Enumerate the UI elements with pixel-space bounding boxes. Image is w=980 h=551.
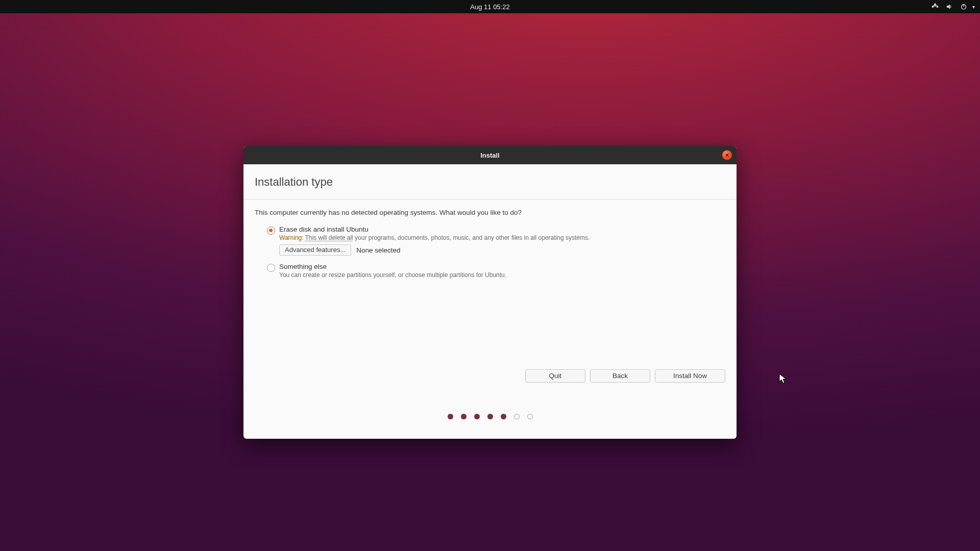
svg-rect-0 [932, 6, 934, 8]
advanced-features-status: None selected [356, 246, 400, 254]
option-something-else[interactable]: Something else You can create or resize … [255, 261, 725, 284]
system-tray[interactable]: ▾ [932, 3, 975, 10]
close-button[interactable] [722, 150, 732, 161]
warning-rest: your programs, documents, photos, music,… [353, 234, 590, 241]
progress-dot [461, 414, 467, 419]
clock[interactable]: Aug 11 05:22 [470, 3, 509, 11]
progress-dot [487, 414, 493, 419]
option-erase-disk[interactable]: Erase disk and install Ubuntu Warning: T… [255, 223, 725, 261]
wizard-progress-dots [243, 414, 737, 419]
radio-something-else[interactable] [267, 264, 275, 272]
progress-dot [474, 414, 480, 419]
option-erase-body: Erase disk and install Ubuntu Warning: T… [279, 226, 725, 256]
page-title: Installation type [243, 164, 737, 199]
svg-rect-4 [933, 5, 938, 6]
svg-rect-1 [937, 6, 939, 8]
advanced-features-button[interactable]: Advanced features... [279, 244, 351, 256]
volume-icon[interactable] [946, 3, 953, 10]
option-something-else-desc: You can create or resize partitions your… [279, 271, 725, 279]
network-icon[interactable] [932, 3, 939, 10]
gnome-top-bar: Aug 11 05:22 ▾ [0, 0, 980, 13]
option-something-else-body: Something else You can create or resize … [279, 263, 725, 279]
warning-underlined: This will delete all [305, 234, 353, 241]
option-erase-warning: Warning: This will delete all your progr… [279, 234, 725, 241]
back-button[interactable]: Back [590, 369, 650, 383]
window-content: Installation type This computer currentl… [243, 164, 737, 439]
radio-erase-disk[interactable] [267, 227, 275, 235]
option-erase-label: Erase disk and install Ubuntu [279, 226, 725, 233]
window-titlebar[interactable]: Install [243, 146, 737, 164]
wizard-buttons: Quit Back Install Now [525, 369, 725, 383]
quit-button[interactable]: Quit [525, 369, 585, 383]
svg-rect-2 [934, 4, 936, 6]
window-title: Install [480, 152, 500, 159]
install-window: Install Installation type This computer … [243, 146, 737, 439]
mouse-cursor [779, 373, 787, 387]
warning-prefix: Warning: [279, 234, 304, 241]
advanced-features-row: Advanced features... None selected [279, 244, 725, 256]
option-something-else-label: Something else [279, 263, 725, 270]
chevron-down-icon[interactable]: ▾ [972, 4, 975, 10]
progress-dot [448, 414, 453, 419]
progress-dot [514, 414, 520, 419]
progress-dot [527, 414, 533, 419]
installation-type-body: This computer currently has no detected … [243, 199, 737, 284]
power-icon[interactable] [960, 3, 967, 10]
progress-dot [501, 414, 506, 419]
install-now-button[interactable]: Install Now [655, 369, 725, 383]
intro-text: This computer currently has no detected … [255, 209, 725, 216]
